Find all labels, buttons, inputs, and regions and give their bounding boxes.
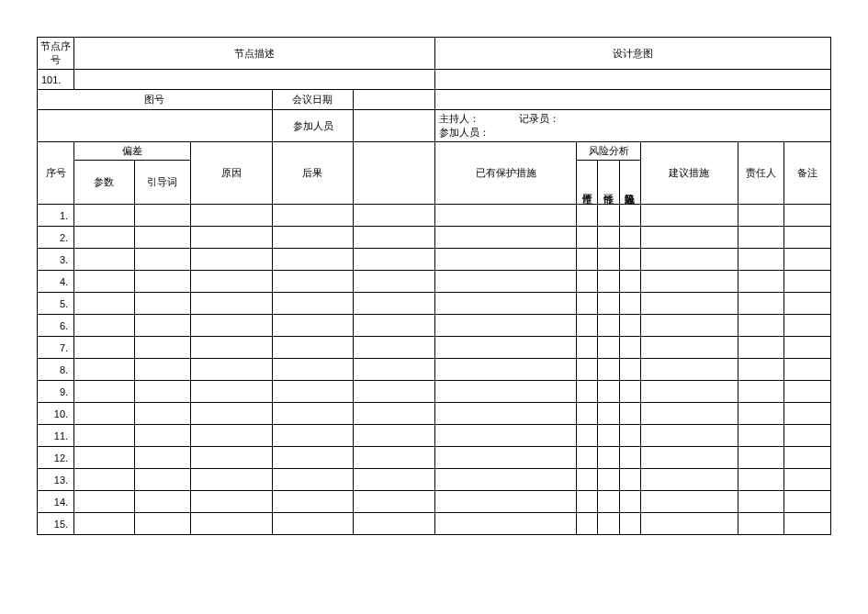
meeting-date-label: 会议日期 xyxy=(272,90,354,110)
col-consequence: 后果 xyxy=(272,142,354,205)
table-row: 11. xyxy=(38,425,831,447)
row-seq: 5. xyxy=(38,293,74,315)
participants-text: 参加人员： xyxy=(439,127,490,138)
row-seq: 15. xyxy=(38,513,74,535)
row-seq: 13. xyxy=(38,469,74,491)
col-likelihood: 可能性 xyxy=(598,161,619,205)
node-desc-label: 节点描述 xyxy=(74,38,435,70)
col-consequence2 xyxy=(354,142,435,205)
table-row: 7. xyxy=(38,337,831,359)
col-param: 参数 xyxy=(74,161,134,205)
table-row: 13. xyxy=(38,469,831,491)
node-desc-value xyxy=(74,70,435,90)
row-seq: 6. xyxy=(38,315,74,337)
col-risk-analysis: 风险分析 xyxy=(577,142,641,161)
host-label: 主持人： xyxy=(439,113,479,124)
table-row: 12. xyxy=(38,447,831,469)
host-recorder-cell: 主持人： 记录员： 参加人员： xyxy=(435,110,831,142)
table-row: 2. xyxy=(38,227,831,249)
table-row: 8. xyxy=(38,359,831,381)
row-seq: 14. xyxy=(38,491,74,513)
row-seq: 10. xyxy=(38,403,74,425)
table-row: 10. xyxy=(38,403,831,425)
col-severity: 严重性 xyxy=(577,161,598,205)
row-seq: 8. xyxy=(38,359,74,381)
row-seq: 12. xyxy=(38,447,74,469)
recorder-label: 记录员： xyxy=(519,113,559,124)
row-seq: 4. xyxy=(38,271,74,293)
table-row: 14. xyxy=(38,491,831,513)
hazop-table: 节点序号 节点描述 设计意图 101. 图号 会议日期 参加人员 主持人： 记录… xyxy=(37,37,831,535)
row-seq: 9. xyxy=(38,381,74,403)
col-risk-level: 风险等级 xyxy=(619,161,640,205)
table-row: 4. xyxy=(38,271,831,293)
drawing-value xyxy=(38,110,273,142)
col-seq: 序号 xyxy=(38,142,74,205)
node-seq-value: 101. xyxy=(38,70,74,90)
col-remark: 备注 xyxy=(784,142,831,205)
table-row: 3. xyxy=(38,249,831,271)
col-guideword: 引导词 xyxy=(134,161,190,205)
table-row: 6. xyxy=(38,315,831,337)
col-deviation: 偏差 xyxy=(74,142,191,161)
meeting-date-value xyxy=(354,90,435,110)
participants-blank xyxy=(354,110,435,142)
design-intent-label: 设计意图 xyxy=(435,38,831,70)
row-seq: 2. xyxy=(38,227,74,249)
table-row: 5. xyxy=(38,293,831,315)
table-row: 15. xyxy=(38,513,831,535)
row-seq: 3. xyxy=(38,249,74,271)
col-safeguards: 已有保护措施 xyxy=(435,142,577,205)
col-cause: 原因 xyxy=(190,142,272,205)
table-row: 9. xyxy=(38,381,831,403)
col-recommendation: 建议措施 xyxy=(640,142,738,205)
meeting-date-right xyxy=(435,90,831,110)
participants-label: 参加人员 xyxy=(272,110,354,142)
row-seq: 1. xyxy=(38,205,74,227)
drawing-label: 图号 xyxy=(38,90,273,110)
design-intent-value xyxy=(435,70,831,90)
row-seq: 11. xyxy=(38,425,74,447)
col-responsible: 责任人 xyxy=(738,142,784,205)
node-seq-label: 节点序号 xyxy=(38,38,74,70)
table-row: 1. xyxy=(38,205,831,227)
row-seq: 7. xyxy=(38,337,74,359)
